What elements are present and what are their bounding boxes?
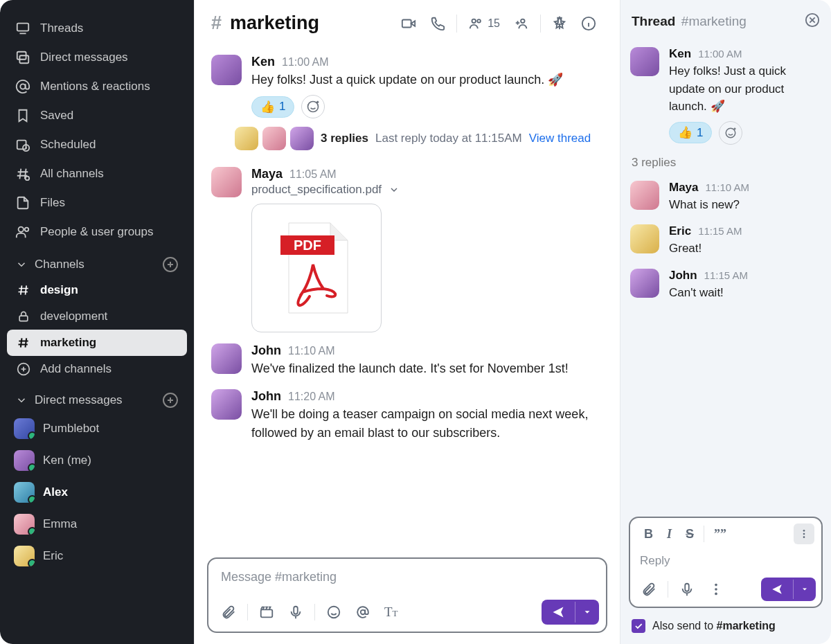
avatar[interactable] — [630, 224, 659, 253]
channel-marketing[interactable]: marketing — [7, 330, 187, 356]
mention-button[interactable] — [350, 602, 376, 623]
also-send-row[interactable]: Also send to #marketing — [620, 614, 831, 644]
dm-ken[interactable]: Ken (me) — [7, 445, 187, 476]
file-attachment-header[interactable]: product_specification.pdf — [251, 183, 603, 197]
message-author[interactable]: Maya — [669, 181, 699, 195]
record-audio-button[interactable] — [283, 602, 309, 623]
nav-saved[interactable]: Saved — [7, 101, 187, 130]
channel-development[interactable]: development — [7, 303, 187, 330]
info-button[interactable] — [574, 13, 603, 34]
channel-title[interactable]: # marketing — [211, 12, 319, 34]
chevron-down-icon[interactable] — [388, 184, 400, 195]
channel-name: marketing — [230, 12, 319, 34]
file-preview[interactable]: PDF — [251, 204, 382, 332]
avatar[interactable] — [211, 389, 242, 420]
mention-icon — [15, 79, 30, 94]
channel-design[interactable]: design — [7, 277, 187, 303]
hash-icon — [17, 283, 30, 297]
send-button[interactable] — [542, 600, 599, 625]
attach-button[interactable] — [636, 579, 662, 600]
file-name: product_specification.pdf — [251, 183, 382, 197]
strike-button[interactable]: S — [679, 524, 701, 544]
record-video-button[interactable] — [253, 602, 280, 623]
send-icon — [551, 605, 565, 619]
message-author[interactable]: John — [251, 389, 281, 404]
message-author[interactable]: Ken — [251, 55, 275, 69]
thread-header: Thread #marketing — [620, 0, 831, 37]
reaction-chip[interactable]: 👍1 — [251, 96, 294, 118]
nav-label: Direct messages — [40, 51, 128, 64]
avatar[interactable] — [630, 47, 659, 76]
thread-send-button[interactable] — [761, 578, 816, 601]
members-button[interactable]: 15 — [461, 13, 507, 34]
message-author[interactable]: Maya — [251, 167, 283, 181]
nav-threads[interactable]: Threads — [7, 14, 187, 43]
add-dm-icon[interactable] — [162, 392, 179, 409]
message-text: Hey folks! Just a quick update on our pr… — [669, 62, 821, 116]
dm-section-header[interactable]: Direct messages — [7, 382, 187, 413]
dm-alex[interactable]: Alex — [7, 476, 187, 508]
add-reaction-button[interactable] — [301, 95, 325, 118]
pin-button[interactable] — [545, 13, 574, 34]
nav-people[interactable]: People & user groups — [7, 217, 187, 247]
message-input[interactable] — [208, 559, 606, 596]
channel-label: design — [40, 283, 78, 297]
nav-files[interactable]: Files — [7, 188, 187, 217]
bold-button[interactable]: B — [637, 524, 660, 544]
thread-messages[interactable]: Ken11:00 AM Hey folks! Just a quick upda… — [620, 37, 831, 512]
message-author[interactable]: Ken — [669, 47, 691, 61]
channels-section-header[interactable]: Channels — [7, 247, 187, 277]
nav-dms[interactable]: Direct messages — [7, 43, 187, 72]
message-time: 11:00 AM — [282, 56, 329, 69]
header-actions: 15 — [394, 13, 603, 34]
voice-call-button[interactable] — [423, 13, 452, 34]
message-author[interactable]: John — [669, 269, 697, 283]
paperclip-icon — [221, 605, 236, 620]
video-call-button[interactable] — [394, 13, 423, 34]
italic-button[interactable]: I — [660, 524, 679, 544]
svg-point-7 — [19, 227, 24, 232]
nav-all-channels[interactable]: All channels — [7, 159, 187, 188]
avatar[interactable] — [630, 269, 659, 298]
add-member-button[interactable] — [507, 13, 536, 34]
avatar[interactable] — [630, 181, 659, 210]
more-format-button[interactable] — [794, 524, 814, 544]
message-time: 11:10 AM — [288, 345, 335, 357]
reaction-chip[interactable]: 👍1 — [669, 122, 712, 143]
dm-emma[interactable]: Emma — [7, 508, 187, 540]
phone-icon — [430, 16, 445, 31]
message-list[interactable]: Ken11:00 AM Hey folks! Just a quick upda… — [195, 44, 620, 552]
attach-button[interactable] — [215, 602, 242, 623]
send-options-button[interactable] — [575, 602, 599, 623]
message-author[interactable]: Eric — [669, 224, 691, 238]
more-button[interactable] — [703, 579, 729, 600]
thread-summary[interactable]: 3 replies Last reply today at 11:15AM Vi… — [211, 123, 603, 160]
people-icon — [15, 224, 30, 240]
add-channels[interactable]: Add channels — [7, 356, 187, 382]
channel-label: development — [40, 310, 107, 323]
nav-mentions[interactable]: Mentions & reactions — [7, 72, 187, 101]
avatar[interactable] — [211, 55, 242, 85]
view-thread-link[interactable]: View thread — [529, 132, 591, 145]
format-button[interactable]: TT — [379, 602, 404, 623]
message-time: 11:00 AM — [698, 48, 742, 60]
thread-reply-input[interactable] — [630, 547, 821, 575]
close-thread-button[interactable] — [805, 12, 820, 30]
emoji-icon — [326, 605, 341, 620]
nav-scheduled[interactable]: Scheduled — [7, 130, 187, 159]
avatar[interactable] — [211, 343, 242, 374]
dm-pumblebot[interactable]: Pumblebot — [7, 413, 187, 445]
paperclip-icon — [641, 582, 656, 597]
add-channel-icon[interactable] — [162, 256, 179, 273]
send-options-button[interactable] — [793, 580, 816, 599]
dm-eric[interactable]: Eric — [7, 540, 187, 572]
add-reaction-button[interactable] — [719, 121, 742, 145]
avatar[interactable] — [211, 167, 242, 197]
also-send-checkbox[interactable] — [632, 619, 645, 633]
record-audio-button[interactable] — [674, 579, 700, 600]
add-emoji-icon — [306, 100, 320, 114]
nav-label: Mentions & reactions — [40, 80, 150, 93]
emoji-button[interactable] — [321, 602, 347, 623]
quote-button[interactable]: ”” — [707, 524, 733, 544]
message-author[interactable]: John — [251, 343, 281, 358]
